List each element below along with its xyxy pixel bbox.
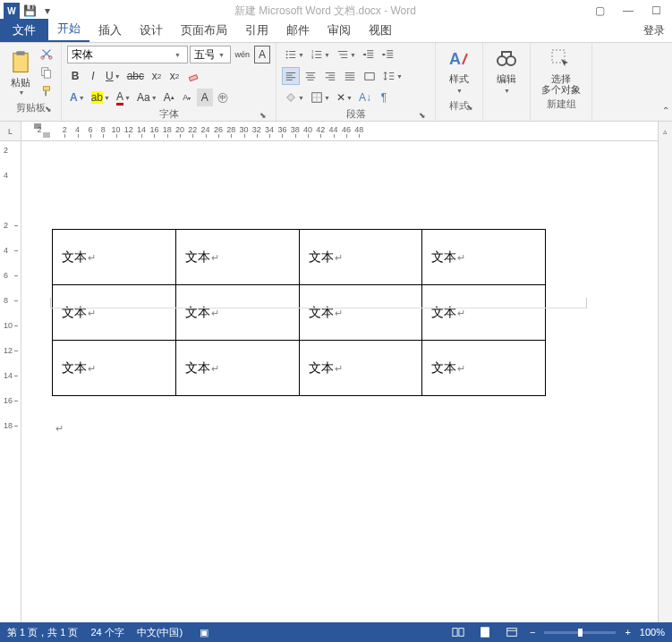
sort-button[interactable]: A↓ <box>356 89 374 106</box>
page-viewport[interactable]: 文本↵文本↵文本↵文本↵文本↵文本↵文本↵文本↵文本↵文本↵文本↵文本↵ ↵ <box>21 141 658 622</box>
language-status[interactable]: 中文(中国) <box>137 626 183 639</box>
dialog-launcher-icon[interactable]: ⬊ <box>419 111 428 120</box>
tab-review[interactable]: 审阅 <box>319 19 360 42</box>
table-cell[interactable]: 文本↵ <box>422 230 546 285</box>
dialog-launcher-icon[interactable]: ⬊ <box>259 111 268 120</box>
decrease-indent-button[interactable] <box>360 46 378 63</box>
zoom-level[interactable]: 100% <box>640 627 665 638</box>
table-cell[interactable]: 文本↵ <box>299 230 422 285</box>
print-layout-icon[interactable] <box>476 625 494 639</box>
copy-button[interactable] <box>38 63 55 81</box>
styles-button[interactable]: A 样式▼ <box>441 45 477 98</box>
justify-button[interactable] <box>341 67 359 85</box>
chevron-down-icon[interactable]: ▼ <box>218 52 224 58</box>
dialog-launcher-icon[interactable]: ⬊ <box>466 103 475 112</box>
zoom-out-button[interactable]: − <box>530 627 535 638</box>
font-name-input[interactable] <box>68 48 174 61</box>
table-cell[interactable]: 文本↵ <box>422 341 546 396</box>
outdent-icon <box>362 48 375 61</box>
clear-formatting-button[interactable] <box>184 67 202 85</box>
table-cell[interactable]: 文本↵ <box>422 285 546 341</box>
zoom-slider[interactable] <box>544 631 616 634</box>
text-effects-button[interactable]: A▼ <box>67 89 87 106</box>
ribbon-options-icon[interactable]: ▢ <box>595 4 605 17</box>
grow-font-button[interactable]: A▴ <box>161 89 177 106</box>
underline-button[interactable]: U▼ <box>103 67 123 85</box>
minimize-icon[interactable]: — <box>623 4 634 17</box>
table-cell[interactable]: 文本↵ <box>175 230 299 285</box>
increase-indent-button[interactable] <box>379 46 397 63</box>
font-name-combo[interactable]: ▼ <box>67 46 188 63</box>
tab-design[interactable]: 设计 <box>131 19 172 42</box>
table-cell[interactable]: 文本↵ <box>299 285 422 341</box>
vertical-ruler[interactable]: 2424681012141618 <box>0 141 21 622</box>
italic-button[interactable]: I <box>85 67 101 85</box>
bullets-button[interactable]: ▼ <box>282 46 306 63</box>
table-cell[interactable]: 文本↵ <box>53 341 176 396</box>
ruler-area: L 22468101214161820222426283032343638404… <box>0 122 672 141</box>
tab-home[interactable]: 开始 <box>48 17 89 42</box>
font-color-button[interactable]: A▼ <box>114 89 132 106</box>
word-count[interactable]: 24 个字 <box>90 626 123 639</box>
shrink-font-button[interactable]: A▾ <box>179 89 195 106</box>
select-objects-button[interactable]: 选择 多个对象 <box>536 45 586 97</box>
strikethrough-button[interactable]: abc <box>124 67 147 85</box>
numbering-button[interactable]: 123▼ <box>308 46 332 63</box>
asian-layout-button[interactable]: ✕▼ <box>334 89 354 106</box>
bold-button[interactable]: B <box>67 67 83 85</box>
vertical-scrollbar[interactable] <box>658 141 672 622</box>
cut-button[interactable] <box>38 45 55 63</box>
tab-mailings[interactable]: 邮件 <box>277 19 319 42</box>
change-case-button[interactable]: Aa▼ <box>134 89 159 106</box>
web-layout-icon[interactable] <box>503 625 521 639</box>
font-size-combo[interactable]: ▼ <box>190 46 231 63</box>
align-right-button[interactable] <box>321 67 339 85</box>
tab-view[interactable]: 视图 <box>360 19 401 42</box>
align-left-button[interactable] <box>282 67 300 85</box>
line-spacing-button[interactable]: ▼ <box>380 67 404 85</box>
document-table[interactable]: 文本↵文本↵文本↵文本↵文本↵文本↵文本↵文本↵文本↵文本↵文本↵文本↵ <box>52 229 546 396</box>
dialog-launcher-icon[interactable]: ⬊ <box>45 105 54 114</box>
superscript-button[interactable]: x2 <box>166 67 183 85</box>
table-cell[interactable]: 文本↵ <box>53 285 176 341</box>
indent-marker[interactable] <box>43 132 50 138</box>
font-size-input[interactable] <box>191 48 217 61</box>
read-mode-icon[interactable] <box>449 625 467 639</box>
zoom-thumb[interactable] <box>578 629 583 637</box>
align-center-button[interactable] <box>302 67 319 85</box>
horizontal-ruler[interactable]: 2246810121416182022242628303234363840424… <box>21 122 672 140</box>
table-cell[interactable]: 文本↵ <box>175 285 299 341</box>
collapse-ribbon-button[interactable]: ⌃ <box>658 101 672 119</box>
format-painter-button[interactable] <box>38 82 55 100</box>
highlight-button[interactable]: ab▼ <box>89 89 112 106</box>
tab-references[interactable]: 引用 <box>236 19 277 42</box>
tab-file[interactable]: 文件 <box>0 19 48 42</box>
char-shading-button[interactable]: A <box>197 89 213 106</box>
macro-recorder-icon[interactable]: ▣ <box>195 625 213 639</box>
subscript-button[interactable]: x2 <box>149 67 165 85</box>
sign-in-link[interactable]: 登录 <box>636 20 672 42</box>
enclose-char-button[interactable]: ㊥ <box>215 89 231 106</box>
editing-button[interactable]: 编辑▼ <box>489 45 524 98</box>
multilevel-list-button[interactable]: ▼ <box>334 46 358 63</box>
zoom-in-button[interactable]: + <box>625 627 630 638</box>
borders-button[interactable]: ▼ <box>308 89 332 106</box>
show-marks-button[interactable]: ¶ <box>376 89 392 106</box>
chevron-down-icon[interactable]: ▼ <box>174 52 180 58</box>
table-cell[interactable]: 文本↵ <box>175 341 299 396</box>
tab-layout[interactable]: 页面布局 <box>172 19 236 42</box>
tab-selector[interactable]: L <box>0 122 21 140</box>
tab-insert[interactable]: 插入 <box>89 19 131 42</box>
table-cell[interactable]: 文本↵ <box>299 341 422 396</box>
distributed-button[interactable] <box>361 67 379 85</box>
paste-button[interactable]: 粘贴 ▼ <box>5 45 36 100</box>
maximize-icon[interactable]: ☐ <box>651 4 661 17</box>
char-border-button[interactable]: A <box>254 46 270 63</box>
shading-button[interactable]: ▼ <box>282 89 306 106</box>
table-cell[interactable]: 文本↵ <box>53 230 176 285</box>
page-status[interactable]: 第 1 页，共 1 页 <box>7 626 78 639</box>
save-icon[interactable]: 💾 <box>21 3 38 19</box>
ruler-toggle-button[interactable]: ▵ <box>658 122 672 141</box>
phonetic-guide-button[interactable]: wén <box>233 46 252 63</box>
group-label: 新建组 <box>547 97 576 111</box>
